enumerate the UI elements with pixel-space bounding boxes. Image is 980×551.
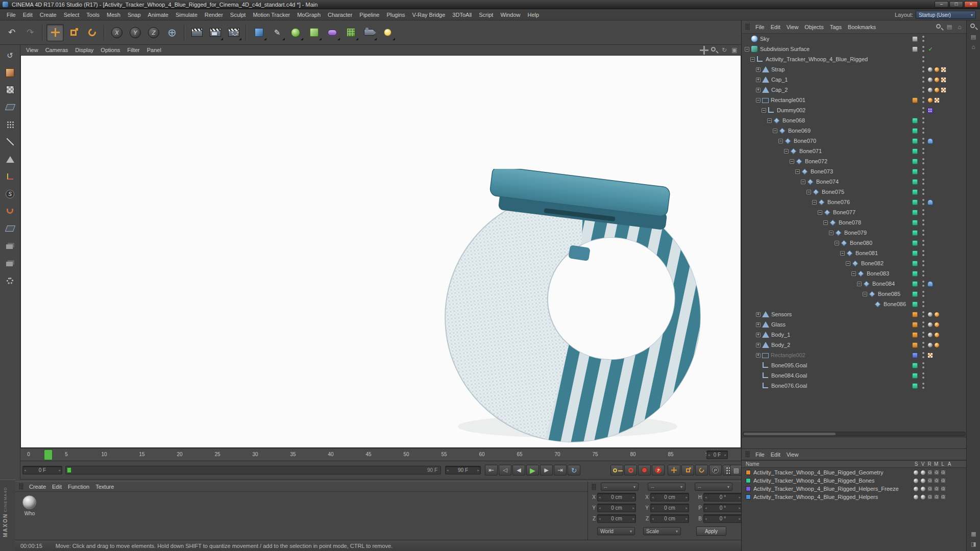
greensq-tag[interactable] [912,230,918,236]
mat-tag[interactable] [934,312,940,317]
expand-toggle[interactable]: − [806,190,811,194]
menu-item-edit[interactable]: Edit [768,23,783,31]
expand-toggle[interactable]: + [756,343,761,347]
layer-toggle-grid[interactable] [927,478,933,483]
phong-tag[interactable] [927,312,933,317]
panel-grip[interactable] [745,23,750,30]
render-view-icon[interactable] [188,24,206,41]
scale-tool-icon[interactable] [65,24,82,41]
rotate-view-icon[interactable]: ↻ [720,46,729,54]
coord-field-x-0[interactable]: 0 cm [597,493,636,502]
coord-field-z-0[interactable]: 0 cm [597,514,636,523]
visibility-dots[interactable] [922,239,925,246]
visibility-dots[interactable] [922,66,925,73]
orangesq-tag[interactable] [912,312,918,317]
panel-icon[interactable]: ▦ [969,530,978,538]
menu-item-panel[interactable]: Panel [143,46,165,54]
layer-toggle-grid[interactable] [927,486,933,491]
layer-row-activity-tracker-whoop-4-blue-rigged-helpers[interactable]: Activity_Tracker_Whoop_4_Blue_Rigged_Hel… [742,493,967,501]
expand-toggle[interactable]: − [790,159,794,164]
menu-item-create[interactable]: Create [36,10,60,19]
texture-mode-icon[interactable] [3,83,17,97]
layer-toggle-grid[interactable] [941,486,946,491]
move-tool-icon[interactable] [46,24,64,41]
visibility-dots[interactable] [922,158,925,165]
object-row-bone084[interactable]: −Bone084 [742,279,967,289]
y-axis-lock[interactable]: Y [127,24,144,41]
visibility-dots[interactable] [922,311,925,318]
layer-toggle-ball[interactable] [913,494,919,500]
polygons-mode-icon[interactable] [3,152,17,166]
pan-view-icon[interactable] [699,46,708,54]
mat-tag[interactable] [934,322,940,328]
coord-field-y-0[interactable]: 0 cm [597,504,636,512]
add-cube-icon[interactable] [250,24,267,41]
visibility-dots[interactable] [922,270,925,277]
menu-item-file[interactable]: File [752,23,768,31]
object-row-bone086[interactable]: Bone086 [742,299,967,309]
layer-toggle-grid[interactable] [927,494,933,499]
key-parameter-icon[interactable]: P [709,465,722,475]
tex-tag[interactable] [941,77,946,83]
magnet-icon[interactable] [3,204,17,218]
menu-item-pipeline[interactable]: Pipeline [356,10,383,19]
layer-toggle-grid[interactable] [927,470,933,475]
menu-item-edit[interactable]: Edit [49,483,65,491]
layer-toggle-ball[interactable] [920,494,926,500]
greensq-tag[interactable] [912,383,918,389]
settings-icon[interactable] [3,273,17,288]
visibility-dots[interactable] [922,137,925,144]
expand-toggle[interactable]: − [840,251,845,256]
model-mode-icon[interactable] [3,65,17,80]
filter-icon[interactable]: ▤ [945,23,954,31]
mat-tag[interactable] [934,332,940,338]
start-frame-field[interactable]: 0 F [22,466,62,474]
layer-row-activity-tracker-whoop-4-blue-rigged-helpers-freeze[interactable]: Activity_Tracker_Whoop_4_Blue_Rigged_Hel… [742,485,967,493]
layer-toggle-grid[interactable] [941,478,946,483]
tex-tag[interactable] [941,67,946,72]
menu-item-create[interactable]: Create [26,483,49,491]
greensq-tag[interactable] [912,159,918,164]
expand-toggle[interactable]: − [846,261,850,266]
object-row-bone081[interactable]: −Bone081 [742,248,967,258]
object-row-bone068[interactable]: −Bone068 [742,115,967,126]
menu-item-tools[interactable]: Tools [83,10,103,19]
expand-toggle[interactable]: + [756,312,761,317]
object-row-bone075[interactable]: −Bone075 [742,187,967,197]
greensq-tag[interactable] [912,240,918,246]
visibility-dots[interactable] [922,362,925,369]
visibility-dots[interactable] [922,260,925,267]
expand-toggle[interactable]: − [762,108,766,113]
object-row-body-2[interactable]: +Body_2 [742,340,967,350]
expand-toggle[interactable]: + [756,322,761,327]
visibility-dots[interactable] [922,331,925,338]
visibility-dots[interactable] [922,341,925,348]
loop-icon[interactable]: ↻ [568,465,580,475]
next-frame-icon[interactable]: ▶ [540,465,553,475]
expand-toggle[interactable]: − [863,292,867,296]
mat-tag[interactable] [934,67,940,72]
x-axis-lock[interactable]: X [108,24,126,41]
object-row-glass[interactable]: +Glass [742,319,967,330]
menu-item-file[interactable]: File [3,10,19,19]
expand-toggle[interactable]: − [795,169,800,174]
close-button[interactable]: × [964,1,978,8]
record-key-icon[interactable] [610,465,623,475]
current-frame-chip[interactable]: 0 F [706,450,728,459]
search-icon[interactable] [935,23,944,31]
layer-toggle-ball[interactable] [913,486,919,492]
expand-toggle[interactable]: − [778,139,783,143]
object-row-bone083[interactable]: −Bone083 [742,268,967,279]
object-row-dummy002[interactable]: −Dummy002 [742,105,967,115]
rotate-tool-icon[interactable] [83,24,101,41]
home-icon[interactable]: ⌂ [955,23,964,31]
coord-field-p-2[interactable]: 0 ° [703,504,742,512]
layer-toggle-ball[interactable] [920,486,926,492]
visibility-dots[interactable] [922,321,925,328]
expand-toggle[interactable]: − [835,241,839,245]
tex-tag[interactable] [927,353,933,358]
object-row-bone085[interactable]: −Bone085 [742,289,967,299]
greensq-tag[interactable] [912,210,918,215]
phong-tag[interactable] [927,322,933,328]
visibility-dots[interactable] [922,76,925,83]
